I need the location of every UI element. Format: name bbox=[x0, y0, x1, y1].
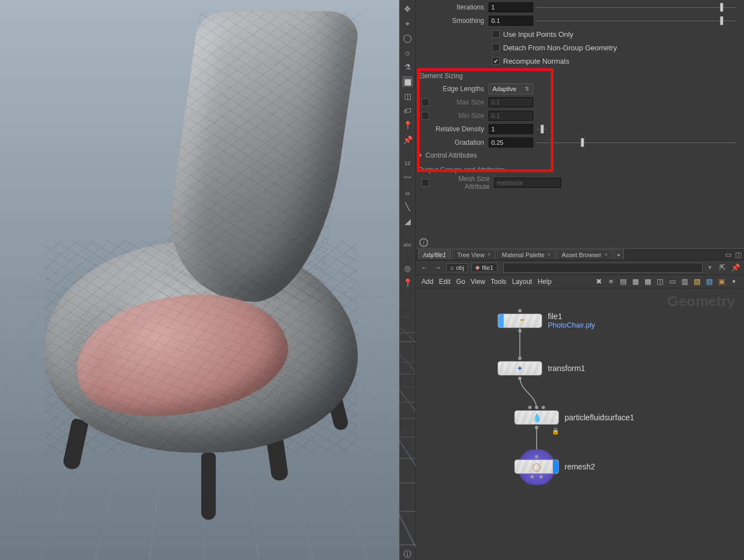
pin-tab-icon[interactable]: ⇱ bbox=[717, 263, 727, 273]
path-segment-obj[interactable]: ⌂ obj bbox=[446, 263, 468, 272]
node-particlefluidsurface1[interactable]: 💧 🔒 particlefluidsurface1 bbox=[514, 410, 634, 425]
min-size-input bbox=[489, 111, 533, 121]
tool-panel-icon[interactable]: ◫ bbox=[402, 91, 413, 102]
menu-add[interactable]: Add bbox=[421, 278, 433, 286]
menu-go[interactable]: Go bbox=[456, 278, 465, 286]
pin-icon[interactable]: 📌 bbox=[731, 263, 741, 273]
tool-ruler-icon[interactable]: ╲ bbox=[402, 201, 413, 212]
tool-light-icon[interactable]: ☼ bbox=[402, 47, 413, 58]
split-icon[interactable]: ◫ bbox=[735, 250, 742, 259]
recompute-normals-checkbox[interactable]: ✔ bbox=[492, 57, 500, 65]
min-size-toggle[interactable] bbox=[421, 112, 429, 120]
close-icon[interactable]: × bbox=[547, 251, 551, 258]
menu-view[interactable]: View bbox=[471, 278, 485, 286]
gradation-input[interactable] bbox=[489, 137, 533, 148]
tool-curve-icon[interactable]: 〰 bbox=[402, 172, 413, 183]
grid1-icon[interactable]: ▦ bbox=[631, 277, 640, 286]
grid2-icon[interactable]: ▩ bbox=[643, 277, 652, 286]
dropdown-arrows-icon: ⇅ bbox=[525, 86, 529, 92]
use-input-points-checkbox[interactable] bbox=[492, 30, 500, 38]
min-size-label: Min Size bbox=[433, 112, 489, 120]
detach-non-group-checkbox[interactable] bbox=[492, 44, 500, 51]
node-remesh2[interactable]: ◯ remesh2 bbox=[514, 459, 595, 474]
smoothing-slider[interactable] bbox=[537, 16, 736, 26]
smoothing-label: Smoothing bbox=[416, 17, 489, 25]
maximize-icon[interactable]: ▭ bbox=[725, 250, 732, 259]
note-icon[interactable]: ▧ bbox=[693, 277, 702, 286]
tool-bounds-icon[interactable]: ⏛ bbox=[402, 187, 413, 198]
relative-density-input[interactable] bbox=[489, 124, 533, 134]
relative-density-slider[interactable] bbox=[537, 124, 547, 134]
info-icon[interactable]: i bbox=[419, 238, 428, 247]
max-size-input bbox=[489, 97, 533, 107]
mesh-size-attr-label: Mesh Size Attribute bbox=[433, 175, 494, 191]
tool-move-icon[interactable]: ✥ bbox=[402, 3, 413, 15]
box-icon[interactable]: ▣ bbox=[717, 277, 726, 286]
network-editor[interactable]: Geometry file1 PhotoChair.ply bbox=[416, 288, 744, 560]
image-icon[interactable]: ▧ bbox=[705, 277, 714, 286]
viewport-3d[interactable] bbox=[0, 0, 399, 560]
iterations-slider[interactable] bbox=[537, 2, 736, 12]
tool-pin2-icon[interactable]: 📌 bbox=[402, 134, 413, 145]
tool-angle-icon[interactable]: ◢ bbox=[402, 216, 413, 227]
wrench-icon[interactable]: ✖ bbox=[594, 277, 603, 286]
tab-material-palette[interactable]: Material Palette× bbox=[497, 249, 556, 259]
tool-grid-icon[interactable]: ▦ bbox=[402, 76, 413, 87]
relative-density-label: Relative Density bbox=[421, 125, 489, 133]
mesh-size-attr-toggle[interactable] bbox=[421, 179, 429, 187]
close-icon[interactable]: × bbox=[487, 251, 491, 258]
iterations-label: Iterations bbox=[416, 3, 489, 11]
tool-flask-icon[interactable]: ⚗ bbox=[402, 61, 413, 73]
tool-pin-icon[interactable]: 📍 bbox=[402, 120, 413, 131]
edge-lengths-dropdown[interactable]: Adaptive ⇅ bbox=[489, 83, 533, 94]
tool-marker-icon[interactable]: 📍 bbox=[402, 277, 413, 288]
gradation-slider[interactable] bbox=[537, 137, 736, 148]
chair-mesh bbox=[28, 6, 375, 509]
droplet-icon: 💧 bbox=[532, 413, 542, 422]
chevron-down-icon[interactable]: ▼ bbox=[707, 264, 713, 270]
chevron-down-icon[interactable]: ▼ bbox=[729, 277, 738, 286]
tool-abc-icon[interactable]: abc bbox=[402, 239, 413, 250]
network-menubar: Add Edit Go View Tools Layout Help ✖ ≡ ▤… bbox=[416, 275, 744, 288]
tool-12-icon[interactable]: 12 bbox=[402, 158, 413, 169]
recompute-normals-label: Recompute Normals bbox=[503, 57, 570, 65]
node-file1[interactable]: file1 PhotoChair.ply bbox=[497, 312, 595, 329]
detach-non-group-label: Detach From Non-Group Geometry bbox=[503, 44, 617, 52]
parameter-panel: Iterations Smoothing Use Input Points On… bbox=[416, 0, 744, 248]
nav-forward-icon[interactable]: → bbox=[433, 263, 443, 273]
mesh-size-attr-input bbox=[494, 178, 561, 188]
axes-icon: ✦ bbox=[516, 364, 523, 373]
gradation-label: Gradation bbox=[421, 139, 489, 146]
palette-icon[interactable]: ▥ bbox=[680, 277, 689, 286]
nav-back-icon[interactable]: ← bbox=[419, 263, 429, 273]
path-dropdown[interactable] bbox=[503, 263, 703, 273]
node-transform1[interactable]: ✦ transform1 bbox=[497, 361, 585, 376]
tab-tree-view[interactable]: Tree View× bbox=[452, 249, 496, 259]
layout1-icon[interactable]: ◫ bbox=[656, 277, 665, 286]
tool-tag-icon[interactable]: 🏷 bbox=[402, 105, 413, 116]
tool-circle-icon[interactable]: ◯ bbox=[402, 32, 413, 44]
tool-target-icon[interactable]: ⌖ bbox=[402, 18, 413, 29]
iterations-input[interactable] bbox=[489, 2, 533, 12]
list-icon[interactable]: ≡ bbox=[606, 277, 615, 286]
tab-obj-file1[interactable]: /obj/file1 bbox=[418, 249, 451, 259]
tool-reticle-icon[interactable]: ◎ bbox=[402, 263, 413, 274]
max-size-toggle[interactable] bbox=[421, 98, 429, 106]
geo-icon: ◆ bbox=[475, 264, 480, 271]
add-tab-button[interactable]: + bbox=[614, 249, 624, 259]
layout2-icon[interactable]: ▭ bbox=[668, 277, 677, 286]
menu-edit[interactable]: Edit bbox=[439, 278, 451, 286]
edge-lengths-label: Edge Lengths bbox=[421, 85, 489, 93]
tab-asset-browser[interactable]: Asset Browser× bbox=[557, 249, 613, 259]
element-sizing-header: Element Sizing bbox=[416, 70, 736, 82]
close-icon[interactable]: × bbox=[604, 251, 608, 258]
pane-tabbar: /obj/file1 Tree View× Material Palette× … bbox=[416, 248, 744, 260]
path-segment-file1[interactable]: ◆ file1 bbox=[471, 263, 497, 272]
max-size-label: Max Size bbox=[433, 98, 489, 106]
smoothing-input[interactable] bbox=[489, 16, 533, 26]
menu-tools[interactable]: Tools bbox=[491, 278, 506, 286]
menu-help[interactable]: Help bbox=[538, 278, 552, 286]
menu-layout[interactable]: Layout bbox=[512, 278, 532, 286]
control-attributes-toggle[interactable]: + Control Attributes bbox=[416, 150, 736, 161]
bars-icon[interactable]: ▤ bbox=[619, 277, 628, 286]
